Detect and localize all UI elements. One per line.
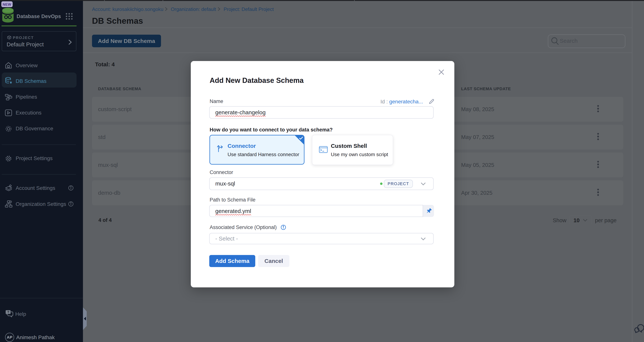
svg-text:?: ?	[7, 310, 9, 314]
